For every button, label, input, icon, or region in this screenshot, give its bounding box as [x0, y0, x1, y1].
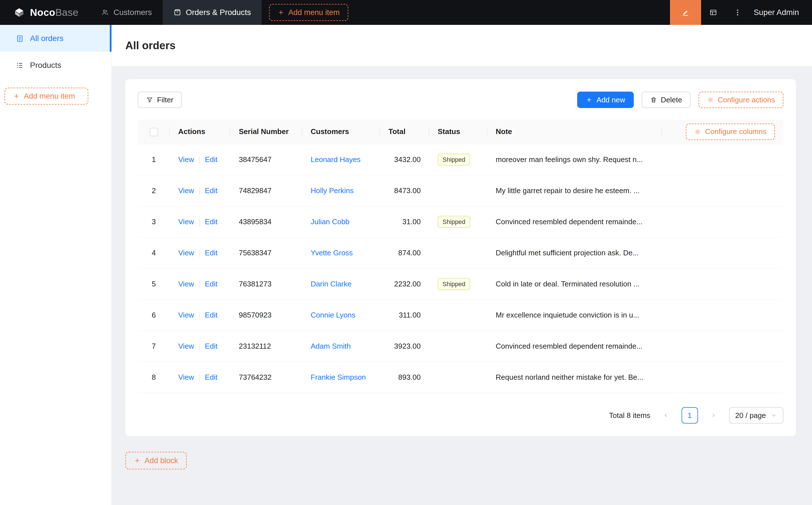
add-new-button[interactable]: Add new — [577, 92, 634, 108]
list-icon — [16, 61, 24, 69]
nav-item-label: Orders & Products — [186, 8, 251, 17]
customer-link[interactable]: Yvette Gross — [311, 248, 353, 257]
note-cell: Cold in late or deal. Terminated resolut… — [487, 269, 662, 300]
configure-columns-button[interactable]: Configure columns — [686, 124, 775, 140]
filter-button[interactable]: Filter — [138, 92, 182, 108]
customers-icon — [101, 8, 109, 16]
plus-icon — [13, 93, 20, 100]
customer-link[interactable]: Leonard Hayes — [311, 155, 361, 164]
customer-link[interactable]: Holly Perkins — [311, 186, 354, 195]
customer-link[interactable]: Darin Clarke — [311, 280, 352, 288]
sidebar-item-products[interactable]: Products — [0, 52, 112, 78]
pagination-next-button[interactable] — [705, 407, 722, 424]
row-index: 1 — [138, 144, 170, 175]
action-divider — [199, 250, 200, 257]
table-row: 3 ViewEdit 43895834 Julian Cobb 31.00 Sh… — [138, 206, 783, 237]
page-title: All orders — [125, 40, 175, 52]
edit-link[interactable]: Edit — [205, 155, 218, 164]
orders-table: Actions Serial Number Customers Total St… — [138, 119, 783, 393]
configure-actions-button[interactable]: Configure actions — [698, 92, 783, 108]
brand-base: Base — [55, 7, 79, 18]
total-cell: 893.00 — [380, 362, 429, 393]
customer-link[interactable]: Frankie Simpson — [311, 373, 366, 381]
brand: NocoBase — [0, 0, 90, 25]
more-button[interactable] — [725, 0, 750, 25]
add-menu-item-button-topbar[interactable]: Add menu item — [269, 4, 348, 21]
edit-link[interactable]: Edit — [205, 280, 218, 288]
add-block-button[interactable]: Add block — [125, 452, 187, 469]
user-menu[interactable]: Super Admin — [750, 8, 812, 17]
table-row: 6 ViewEdit 98570923 Connie Lyons 311.00 … — [138, 300, 783, 331]
customer-link[interactable]: Connie Lyons — [311, 311, 355, 319]
toolbar-right: Add new Delete — [577, 92, 783, 108]
delete-button[interactable]: Delete — [642, 92, 691, 108]
main-layout: All orders Products Add menu item All or… — [0, 25, 812, 505]
ui-editor-button[interactable] — [670, 0, 701, 25]
edit-link[interactable]: Edit — [205, 217, 218, 226]
filter-label: Filter — [157, 96, 173, 104]
action-divider — [199, 374, 200, 381]
edit-link[interactable]: Edit — [205, 373, 218, 381]
view-link[interactable]: View — [178, 155, 194, 164]
sidebar-item-label: Products — [30, 61, 61, 70]
add-menu-item-label: Add menu item — [24, 92, 75, 101]
nav-item-orders-products[interactable]: Orders & Products — [163, 0, 262, 25]
plus-icon — [278, 9, 284, 16]
view-link[interactable]: View — [178, 217, 194, 226]
note-cell: Request norland neither mistake for yet.… — [487, 362, 662, 393]
customer-link[interactable]: Adam Smith — [311, 342, 351, 350]
action-divider — [199, 343, 200, 350]
view-link[interactable]: View — [178, 280, 194, 288]
action-divider — [199, 187, 200, 195]
edit-link[interactable]: Edit — [205, 311, 218, 319]
row-index: 7 — [138, 331, 170, 362]
filter-icon — [146, 97, 153, 103]
view-link[interactable]: View — [178, 373, 194, 381]
sidebar: All orders Products Add menu item — [0, 25, 112, 505]
serial-number-cell: 75638347 — [230, 237, 302, 269]
view-link[interactable]: View — [178, 342, 194, 350]
view-link[interactable]: View — [178, 186, 194, 195]
row-index: 2 — [138, 175, 170, 206]
total-cell: 3432.00 — [380, 144, 429, 175]
pagination-prev-button[interactable] — [658, 407, 674, 424]
edit-link[interactable]: Edit — [205, 186, 218, 195]
orders-table-card: Filter Add new Delete — [125, 79, 796, 436]
edit-link[interactable]: Edit — [205, 248, 218, 257]
table-row: 4 ViewEdit 75638347 Yvette Gross 874.00 … — [138, 237, 783, 269]
plus-icon — [586, 97, 592, 103]
note-cell: moreover man feelings own shy. Request n… — [487, 144, 662, 175]
serial-number-cell: 23132112 — [230, 331, 302, 362]
column-header-actions: Actions — [170, 119, 230, 144]
table-header-row: Actions Serial Number Customers Total St… — [138, 119, 783, 144]
note-cell: Delightful met sufficient projection ask… — [487, 237, 662, 269]
column-header-note: Note — [487, 119, 662, 144]
nav-item-customers[interactable]: Customers — [90, 0, 162, 25]
add-menu-item-button-sidebar[interactable]: Add menu item — [5, 88, 88, 105]
total-cell: 8473.00 — [380, 175, 429, 206]
row-index: 8 — [138, 362, 170, 393]
total-cell: 2232.00 — [380, 269, 429, 300]
orders-table-body: 1 ViewEdit 38475647 Leonard Hayes 3432.0… — [138, 144, 783, 393]
topbar: NocoBase Customers Orders & Products Add… — [0, 0, 812, 25]
chevron-down-icon — [771, 412, 777, 419]
column-header-customers: Customers — [302, 119, 380, 144]
view-link[interactable]: View — [178, 248, 194, 257]
page-size-select[interactable]: 20 / page — [729, 407, 783, 424]
status-tag: Shipped — [438, 154, 470, 166]
gear-icon — [707, 97, 714, 103]
sidebar-item-all-orders[interactable]: All orders — [0, 25, 112, 52]
edit-link[interactable]: Edit — [205, 342, 218, 350]
add-menu-item-label: Add menu item — [288, 8, 340, 17]
configure-actions-label: Configure actions — [718, 96, 775, 104]
view-link[interactable]: View — [178, 311, 194, 319]
select-all-checkbox[interactable] — [150, 128, 158, 136]
serial-number-cell: 38475647 — [230, 144, 302, 175]
collections-button[interactable] — [701, 0, 725, 25]
serial-number-cell: 43895834 — [230, 206, 302, 237]
customer-link[interactable]: Julian Cobb — [311, 217, 350, 226]
pagination-page-1[interactable]: 1 — [682, 407, 698, 424]
chevron-right-icon — [710, 412, 717, 419]
row-index: 4 — [138, 237, 170, 269]
top-nav: Customers Orders & Products — [90, 0, 262, 25]
